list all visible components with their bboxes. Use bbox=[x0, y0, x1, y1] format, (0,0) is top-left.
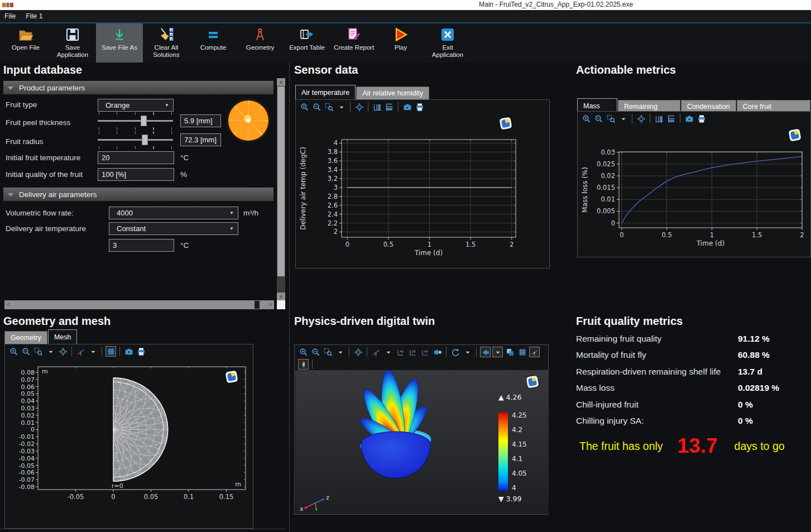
menu-item-file[interactable]: File bbox=[4, 12, 16, 20]
vertical-scrollbar[interactable]: ∧ ∨ bbox=[277, 78, 285, 300]
svg-text:-0.02: -0.02 bbox=[19, 440, 35, 448]
collapse-triangle-icon bbox=[8, 87, 13, 90]
axis-triad-icon[interactable] bbox=[371, 347, 381, 357]
compute-button[interactable]: Compute bbox=[190, 23, 237, 63]
zoom-box-icon[interactable] bbox=[323, 347, 333, 357]
dropdown-icon[interactable] bbox=[383, 347, 393, 357]
print-icon[interactable] bbox=[136, 346, 146, 357]
dropdown-icon[interactable] bbox=[462, 347, 473, 357]
zoom-in-icon[interactable] bbox=[581, 113, 592, 124]
view-yz-icon[interactable]: yz bbox=[407, 347, 418, 357]
fit-icon[interactable] bbox=[636, 113, 646, 124]
slider-ticks bbox=[99, 146, 172, 149]
fit-icon[interactable] bbox=[354, 102, 364, 112]
fit-icon[interactable] bbox=[353, 347, 363, 357]
zoom-box-icon[interactable] bbox=[324, 102, 334, 112]
grid-icon[interactable] bbox=[105, 346, 116, 357]
scroll-down-icon[interactable]: ∨ bbox=[277, 293, 285, 300]
zoom-out-icon[interactable] bbox=[593, 113, 604, 124]
dropdown-icon[interactable] bbox=[492, 347, 503, 357]
product-parameters-header[interactable]: Product parameters bbox=[3, 81, 273, 94]
zoom-box-icon[interactable] bbox=[33, 346, 44, 357]
legend-icon[interactable] bbox=[298, 359, 309, 370]
dropdown-icon[interactable] bbox=[336, 102, 347, 112]
fruit-peel-thickness-slider-thumb[interactable] bbox=[141, 116, 147, 126]
fruit-radius-slider[interactable] bbox=[98, 134, 173, 146]
fruit-peel-thickness-slider[interactable] bbox=[98, 115, 173, 127]
horizontal-scrollbar[interactable]: < > bbox=[4, 300, 274, 309]
delivery-air-parameters-header[interactable]: Delivery air parameters bbox=[3, 188, 273, 201]
zoom-out-icon[interactable] bbox=[21, 346, 31, 357]
fruit-peel-thickness-label: Fruit peel thickness bbox=[6, 118, 70, 127]
scene-light-icon[interactable] bbox=[480, 347, 491, 357]
save-application-button[interactable]: Save Application bbox=[49, 23, 96, 63]
shelf-life-warning: The fruit has only 13.7 days to go bbox=[579, 434, 785, 458]
horizontal-scrollbar-thumb[interactable] bbox=[255, 301, 260, 309]
zoom-box-icon[interactable] bbox=[606, 113, 616, 124]
axes-box-icon[interactable] bbox=[529, 347, 540, 357]
rotate-icon[interactable] bbox=[450, 347, 460, 357]
digital-twin-3d-view[interactable]: ▲ 4.264.254.24.154.14.054▼ 3.99xyz bbox=[295, 370, 549, 516]
exit-application-button[interactable]: Exit Application bbox=[424, 23, 471, 63]
fruit-type-label: Fruit type bbox=[6, 100, 37, 109]
zoom-in-icon[interactable] bbox=[298, 347, 309, 357]
delivery-air-temperature-input[interactable] bbox=[109, 239, 174, 252]
x-log-scale-icon[interactable] bbox=[654, 113, 664, 124]
svg-text:2.8: 2.8 bbox=[328, 193, 338, 200]
dropdown-icon[interactable] bbox=[335, 347, 345, 357]
save-file-as-button[interactable]: Save File As bbox=[96, 23, 143, 63]
view-xy-icon[interactable]: xy bbox=[395, 347, 406, 357]
fruit-quality-row: Chill-injured fruit0 % bbox=[576, 396, 810, 413]
open-file-button[interactable]: Open File bbox=[2, 23, 49, 63]
fruit-radius-slider-thumb[interactable] bbox=[142, 135, 148, 145]
create-report-button[interactable]: Create Report bbox=[330, 23, 377, 63]
save-file-as-icon bbox=[112, 27, 127, 42]
dropdown-icon[interactable] bbox=[88, 346, 98, 357]
y-log-scale-icon[interactable] bbox=[666, 113, 676, 124]
geometry-button[interactable]: Geometry bbox=[237, 23, 284, 63]
fruit-type-dropdown[interactable]: Orange ▼ bbox=[98, 99, 174, 112]
scroll-right-icon[interactable]: > bbox=[266, 300, 274, 309]
initial-quality-input[interactable] bbox=[98, 168, 174, 181]
play-button[interactable]: Play bbox=[377, 23, 424, 63]
grid-icon[interactable] bbox=[517, 347, 527, 357]
fruit-peel-thickness-value[interactable]: 5.9 [mm] bbox=[180, 114, 221, 127]
print-icon[interactable] bbox=[696, 113, 707, 124]
svg-text:0: 0 bbox=[620, 231, 623, 239]
zoom-in-icon[interactable] bbox=[299, 102, 310, 112]
dropdown-icon[interactable] bbox=[618, 113, 628, 124]
geometry-mesh-tab-geometry[interactable]: Geometry bbox=[4, 331, 47, 344]
sensor-tab-air-temperature[interactable]: Air temperature bbox=[295, 85, 356, 99]
camera-icon[interactable] bbox=[684, 113, 694, 124]
application-window: Main - FruiTed_v2_Citrus_App_Exp-01.02.2… bbox=[0, 0, 811, 532]
transparency-icon[interactable] bbox=[505, 347, 515, 357]
y-log-scale-icon[interactable] bbox=[384, 102, 395, 112]
svg-text:0.05: 0.05 bbox=[144, 493, 159, 501]
sensor-tab-air-relative-humidity[interactable]: Air relative humidity bbox=[356, 87, 429, 99]
comsol-logo bbox=[526, 375, 539, 388]
zoom-in-icon[interactable] bbox=[8, 346, 19, 357]
perspective-icon[interactable] bbox=[432, 347, 443, 357]
delivery-air-temperature-dropdown[interactable]: Constant ▼ bbox=[109, 222, 238, 235]
chevron-down-icon: ▼ bbox=[165, 103, 169, 108]
menu-item-file-1[interactable]: File 1 bbox=[26, 12, 43, 20]
print-icon[interactable] bbox=[414, 102, 425, 112]
view-xz-icon[interactable]: xz bbox=[420, 347, 430, 357]
geometry-mesh-tab-mesh[interactable]: Mesh bbox=[48, 329, 78, 344]
camera-icon[interactable] bbox=[123, 346, 134, 357]
x-log-scale-icon[interactable] bbox=[372, 102, 382, 112]
fruit-radius-value[interactable]: 72.3 [mm] bbox=[180, 133, 221, 146]
export-table-button[interactable]: Export Table bbox=[284, 23, 330, 63]
zoom-out-icon[interactable] bbox=[311, 102, 322, 112]
axis-triad-icon[interactable] bbox=[75, 346, 86, 357]
vertical-scrollbar-thumb[interactable] bbox=[277, 87, 285, 276]
volumetric-flow-rate-dropdown[interactable]: 4000 ▼ bbox=[109, 207, 238, 219]
scroll-up-icon[interactable]: ∧ bbox=[277, 78, 285, 86]
dropdown-icon[interactable] bbox=[45, 346, 56, 357]
initial-fruit-temperature-input[interactable] bbox=[98, 151, 174, 164]
zoom-out-icon[interactable] bbox=[310, 347, 321, 357]
clear-all-solutions-button[interactable]: Clear All Solutions bbox=[143, 23, 190, 63]
camera-icon[interactable] bbox=[402, 102, 412, 112]
scroll-left-icon[interactable]: < bbox=[4, 300, 12, 309]
fit-icon[interactable] bbox=[57, 346, 68, 357]
